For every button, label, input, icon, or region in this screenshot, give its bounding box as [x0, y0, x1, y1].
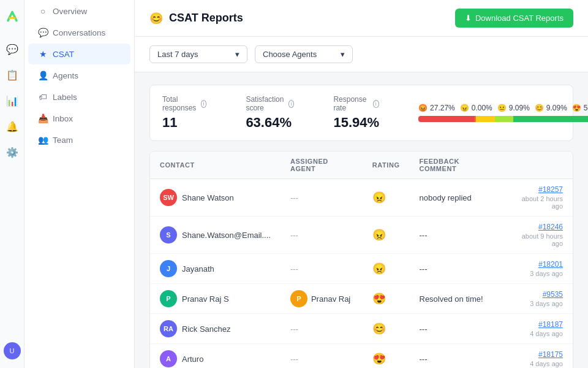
- left-icon-notifications[interactable]: 🔔: [1, 115, 23, 137]
- contact-cell: SShane.Watson@Email....: [150, 217, 281, 254]
- csat-icon: ★: [38, 49, 48, 59]
- contact-cell: AArturo: [150, 344, 281, 369]
- time-text: about 9 hours ago: [513, 232, 563, 247]
- link-time-cell: #181754 days ago: [503, 344, 573, 369]
- sidebar-item-agents[interactable]: 👤Agents: [28, 65, 130, 86]
- contact-avatar: A: [160, 350, 177, 367]
- sidebar-item-inbox[interactable]: 📥Inbox: [28, 108, 130, 129]
- emoji-stats: 😡27.27%😠0.00%😐9.09%😊9.09%😍54.55%: [418, 104, 588, 122]
- feedback-cell: ---: [410, 314, 503, 344]
- col-agent: ASSIGNED AGENT: [281, 151, 363, 179]
- no-agent: ---: [290, 355, 298, 364]
- left-icon-reports[interactable]: 📊: [1, 90, 23, 112]
- time-text: 4 days ago: [530, 360, 563, 367]
- satisfaction-info[interactable]: i: [288, 100, 295, 108]
- progress-segment: [418, 116, 475, 122]
- sidebar-label-csat: CSAT: [53, 50, 74, 59]
- sidebar-label-labels: Labels: [53, 93, 77, 102]
- rating-emoji: 😠: [372, 263, 386, 275]
- response-rate-stat: Response rate i 15.94%: [333, 95, 379, 131]
- sidebar-item-conversations[interactable]: 💬Conversations: [28, 22, 130, 43]
- overview-icon: ○: [38, 6, 48, 16]
- col-link: [503, 151, 573, 179]
- sidebar-label-agents: Agents: [53, 71, 78, 80]
- time-text: 3 days ago: [530, 300, 563, 307]
- sidebar-label-conversations: Conversations: [53, 28, 105, 37]
- agent-cell: ---: [281, 217, 363, 254]
- rating-emoji: 😍: [372, 353, 386, 365]
- table-row: JJayanath---😠---#182013 days ago: [150, 254, 573, 284]
- link-time-cell: #18257about 2 hours ago: [503, 179, 573, 217]
- link-time-cell: #181874 days ago: [503, 314, 573, 344]
- download-button[interactable]: ⬇ Download CSAT Reports: [455, 9, 573, 28]
- emoji-stat-item: 😡27.27%: [418, 104, 455, 112]
- left-icon-chat[interactable]: 💬: [1, 38, 23, 60]
- rating-cell: 😠: [363, 254, 410, 284]
- contact-name: Pranav Raj S: [182, 294, 229, 304]
- table-row: SWShane Watson---😠nobody replied#18257ab…: [150, 179, 573, 217]
- emoji-stat-item: 😍54.55%: [572, 104, 588, 112]
- agent-cell: ---: [281, 254, 363, 284]
- time-text: 3 days ago: [530, 270, 563, 277]
- csat-emoji: 😊: [149, 12, 163, 25]
- contact-name: Shane.Watson@Email....: [182, 231, 271, 240]
- contact-name: Arturo: [182, 355, 203, 364]
- sidebar-nav: ○Overview💬Conversations★CSAT👤Agents🏷Labe…: [24, 0, 134, 368]
- left-icon-inbox[interactable]: 📋: [1, 64, 23, 86]
- left-icon-strip: 💬 📋 📊 🔔 ⚙️ U: [0, 0, 24, 368]
- contact-avatar: J: [160, 260, 177, 277]
- left-icon-profile[interactable]: U: [1, 340, 23, 362]
- sidebar-item-overview[interactable]: ○Overview: [28, 1, 130, 21]
- table-row: SShane.Watson@Email....---😠---#18246abou…: [150, 217, 573, 254]
- conversation-link[interactable]: #18246: [538, 223, 563, 231]
- chevron-down-icon-2: ▾: [341, 50, 345, 59]
- progress-bar: [418, 116, 588, 122]
- team-icon: 👥: [38, 135, 48, 145]
- conversation-link[interactable]: #9535: [543, 290, 563, 299]
- agent-cell: PPranav Raj: [281, 284, 363, 314]
- no-agent: ---: [290, 193, 298, 202]
- sidebar-item-team[interactable]: 👥Team: [28, 129, 130, 150]
- sidebar-item-labels[interactable]: 🏷Labels: [28, 86, 130, 107]
- conversations-icon: 💬: [38, 28, 48, 37]
- emoji-stat-item: 😊9.09%: [535, 104, 567, 112]
- agent-cell: ---: [281, 314, 363, 344]
- conversation-link[interactable]: #18201: [538, 260, 563, 269]
- filters-bar: Last 7 days ▾ Choose Agents ▾: [135, 37, 588, 72]
- header-left: 😊 CSAT Reports: [149, 12, 243, 25]
- agent-name: Pranav Raj: [311, 294, 350, 304]
- emoji-stat-item: 😐9.09%: [497, 104, 530, 112]
- feedback-cell: ---: [410, 254, 503, 284]
- satisfaction-score-stat: Satisfaction score i 63.64%: [246, 95, 294, 131]
- agent-avatar: P: [290, 290, 307, 307]
- contact-avatar: RA: [160, 320, 177, 337]
- contact-avatar: SW: [160, 189, 177, 206]
- date-range-select[interactable]: Last 7 days ▾: [149, 45, 247, 63]
- sidebar-item-csat[interactable]: ★CSAT: [28, 44, 130, 64]
- time-text: about 2 hours ago: [513, 195, 563, 210]
- rating-cell: 😍: [363, 344, 410, 369]
- sidebar-label-team: Team: [53, 136, 73, 145]
- col-feedback: FEEDBACK COMMENT: [410, 151, 503, 179]
- left-icon-settings[interactable]: ⚙️: [1, 141, 23, 163]
- conversation-link[interactable]: #18175: [538, 350, 563, 359]
- main-content: 😊 CSAT Reports ⬇ Download CSAT Reports L…: [135, 0, 588, 368]
- feedback-cell: nobody replied: [410, 179, 503, 217]
- contact-name: Shane Watson: [182, 193, 234, 202]
- table-row: AArturo---😍---#181754 days ago: [150, 344, 573, 369]
- labels-icon: 🏷: [38, 92, 48, 102]
- feedback-cell: ---: [410, 344, 503, 369]
- conversation-link[interactable]: #18257: [538, 185, 563, 194]
- link-time-cell: #95353 days ago: [503, 284, 573, 314]
- contact-avatar: S: [160, 226, 177, 243]
- agents-select[interactable]: Choose Agents ▾: [255, 45, 353, 63]
- contact-cell: SWShane Watson: [150, 179, 281, 217]
- total-responses-stat: Total responses i 11: [162, 95, 206, 131]
- total-responses-info[interactable]: i: [201, 100, 207, 108]
- progress-segment: [513, 116, 588, 122]
- content-area: Total responses i 11 Satisfaction score …: [135, 72, 588, 368]
- conversation-link[interactable]: #18187: [538, 320, 563, 329]
- response-rate-info[interactable]: i: [373, 100, 379, 108]
- contact-cell: JJayanath: [150, 254, 281, 284]
- agent-cell: ---: [281, 179, 363, 217]
